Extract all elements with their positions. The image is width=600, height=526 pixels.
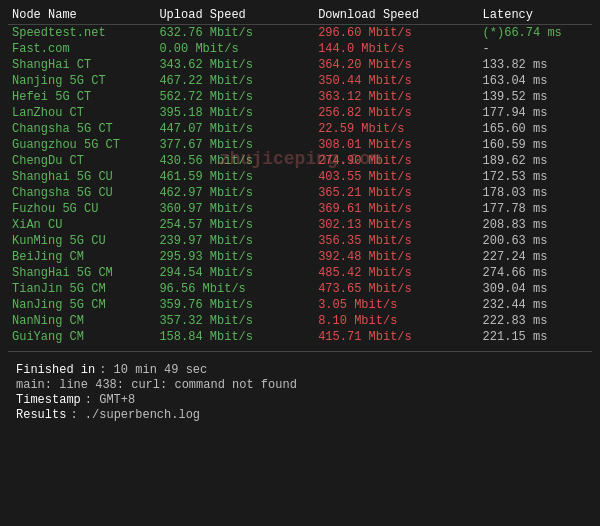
cell-latency: 232.44 ms — [479, 297, 592, 313]
footer-results-label: Results — [16, 408, 66, 422]
cell-node: Speedtest.net — [8, 25, 155, 42]
cell-upload: 158.84 Mbit/s — [155, 329, 314, 345]
footer-timestamp-value: : GMT+8 — [85, 393, 135, 407]
main-container: zhujiceping.com Node Name Upload Speed D… — [0, 0, 600, 433]
cell-upload: 395.18 Mbit/s — [155, 105, 314, 121]
cell-latency: 274.66 ms — [479, 265, 592, 281]
table-row: Speedtest.net632.76 Mbit/s296.60 Mbit/s(… — [8, 25, 592, 42]
cell-latency: 160.59 ms — [479, 137, 592, 153]
cell-latency: 163.04 ms — [479, 73, 592, 89]
cell-download: 364.20 Mbit/s — [314, 57, 478, 73]
table-row: XiAn CU254.57 Mbit/s302.13 Mbit/s208.83 … — [8, 217, 592, 233]
cell-download: 369.61 Mbit/s — [314, 201, 478, 217]
footer-results-row: Results : ./superbench.log — [16, 408, 584, 422]
footer-results-value: : ./superbench.log — [70, 408, 200, 422]
cell-latency: 227.24 ms — [479, 249, 592, 265]
cell-download: 274.90 Mbit/s — [314, 153, 478, 169]
cell-download: 3.05 Mbit/s — [314, 297, 478, 313]
table-row: Nanjing 5G CT467.22 Mbit/s350.44 Mbit/s1… — [8, 73, 592, 89]
cell-download: 308.01 Mbit/s — [314, 137, 478, 153]
cell-upload: 239.97 Mbit/s — [155, 233, 314, 249]
cell-latency: 208.83 ms — [479, 217, 592, 233]
table-row: Guangzhou 5G CT377.67 Mbit/s308.01 Mbit/… — [8, 137, 592, 153]
table-header-row: Node Name Upload Speed Download Speed La… — [8, 6, 592, 25]
footer-timestamp-row: Timestamp : GMT+8 — [16, 393, 584, 407]
cell-latency: 133.82 ms — [479, 57, 592, 73]
footer-finished-value: : 10 min 49 sec — [99, 363, 207, 377]
cell-upload: 357.32 Mbit/s — [155, 313, 314, 329]
table-row: LanZhou CT395.18 Mbit/s256.82 Mbit/s177.… — [8, 105, 592, 121]
cell-latency: 221.15 ms — [479, 329, 592, 345]
cell-latency: 177.78 ms — [479, 201, 592, 217]
cell-latency: (*)66.74 ms — [479, 25, 592, 42]
header-upload: Upload Speed — [155, 6, 314, 25]
table-row: ChengDu CT430.56 Mbit/s274.90 Mbit/s189.… — [8, 153, 592, 169]
cell-node: Nanjing 5G CT — [8, 73, 155, 89]
cell-node: Changsha 5G CU — [8, 185, 155, 201]
cell-node: ShangHai 5G CM — [8, 265, 155, 281]
cell-download: 256.82 Mbit/s — [314, 105, 478, 121]
cell-latency: - — [479, 41, 592, 57]
cell-upload: 377.67 Mbit/s — [155, 137, 314, 153]
table-row: TianJin 5G CM96.56 Mbit/s473.65 Mbit/s30… — [8, 281, 592, 297]
cell-node: TianJin 5G CM — [8, 281, 155, 297]
cell-latency: 222.83 ms — [479, 313, 592, 329]
table-wrapper: zhujiceping.com Node Name Upload Speed D… — [8, 6, 592, 345]
cell-upload: 96.56 Mbit/s — [155, 281, 314, 297]
cell-download: 363.12 Mbit/s — [314, 89, 478, 105]
footer-timestamp-label: Timestamp — [16, 393, 81, 407]
cell-latency: 139.52 ms — [479, 89, 592, 105]
cell-download: 356.35 Mbit/s — [314, 233, 478, 249]
table-row: GuiYang CM158.84 Mbit/s415.71 Mbit/s221.… — [8, 329, 592, 345]
cell-upload: 430.56 Mbit/s — [155, 153, 314, 169]
cell-node: BeiJing CM — [8, 249, 155, 265]
cell-download: 415.71 Mbit/s — [314, 329, 478, 345]
table-row: ShangHai 5G CM294.54 Mbit/s485.42 Mbit/s… — [8, 265, 592, 281]
cell-upload: 562.72 Mbit/s — [155, 89, 314, 105]
cell-upload: 254.57 Mbit/s — [155, 217, 314, 233]
cell-latency: 165.60 ms — [479, 121, 592, 137]
table-row: KunMing 5G CU239.97 Mbit/s356.35 Mbit/s2… — [8, 233, 592, 249]
cell-upload: 461.59 Mbit/s — [155, 169, 314, 185]
cell-node: Fuzhou 5G CU — [8, 201, 155, 217]
cell-download: 144.0 Mbit/s — [314, 41, 478, 57]
cell-latency: 200.63 ms — [479, 233, 592, 249]
footer-error-row: main: line 438: curl: command not found — [16, 378, 584, 392]
table-row: NanNing CM357.32 Mbit/s8.10 Mbit/s222.83… — [8, 313, 592, 329]
table-row: ShangHai CT343.62 Mbit/s364.20 Mbit/s133… — [8, 57, 592, 73]
table-row: Hefei 5G CT562.72 Mbit/s363.12 Mbit/s139… — [8, 89, 592, 105]
header-latency: Latency — [479, 6, 592, 25]
cell-latency: 309.04 ms — [479, 281, 592, 297]
table-row: Shanghai 5G CU461.59 Mbit/s403.55 Mbit/s… — [8, 169, 592, 185]
divider — [8, 351, 592, 352]
cell-node: Hefei 5G CT — [8, 89, 155, 105]
cell-upload: 343.62 Mbit/s — [155, 57, 314, 73]
table-row: Fast.com0.00 Mbit/s144.0 Mbit/s- — [8, 41, 592, 57]
cell-node: Fast.com — [8, 41, 155, 57]
cell-download: 22.59 Mbit/s — [314, 121, 478, 137]
cell-upload: 467.22 Mbit/s — [155, 73, 314, 89]
footer-finished-label: Finished in — [16, 363, 95, 377]
cell-node: ShangHai CT — [8, 57, 155, 73]
header-download: Download Speed — [314, 6, 478, 25]
footer-error-text: main: line 438: curl: command not found — [16, 378, 297, 392]
table-row: BeiJing CM295.93 Mbit/s392.48 Mbit/s227.… — [8, 249, 592, 265]
table-row: Fuzhou 5G CU360.97 Mbit/s369.61 Mbit/s17… — [8, 201, 592, 217]
cell-node: Shanghai 5G CU — [8, 169, 155, 185]
cell-upload: 0.00 Mbit/s — [155, 41, 314, 57]
cell-node: NanNing CM — [8, 313, 155, 329]
cell-node: NanJing 5G CM — [8, 297, 155, 313]
cell-node: Changsha 5G CT — [8, 121, 155, 137]
cell-download: 403.55 Mbit/s — [314, 169, 478, 185]
cell-latency: 177.94 ms — [479, 105, 592, 121]
cell-download: 392.48 Mbit/s — [314, 249, 478, 265]
table-row: Changsha 5G CU462.97 Mbit/s365.21 Mbit/s… — [8, 185, 592, 201]
cell-upload: 295.93 Mbit/s — [155, 249, 314, 265]
cell-download: 485.42 Mbit/s — [314, 265, 478, 281]
cell-upload: 359.76 Mbit/s — [155, 297, 314, 313]
cell-download: 350.44 Mbit/s — [314, 73, 478, 89]
footer-finished-row: Finished in : 10 min 49 sec — [16, 363, 584, 377]
cell-node: KunMing 5G CU — [8, 233, 155, 249]
cell-node: Guangzhou 5G CT — [8, 137, 155, 153]
cell-download: 473.65 Mbit/s — [314, 281, 478, 297]
